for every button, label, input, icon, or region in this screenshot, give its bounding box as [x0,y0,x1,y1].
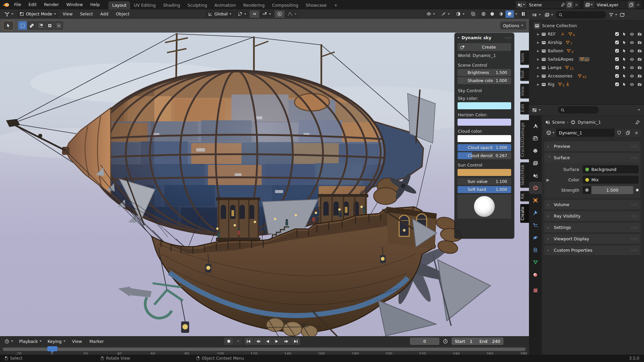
panel-viewport-display[interactable]: ›Viewport Display [544,234,641,244]
pause-button[interactable] [520,10,527,18]
soft-hard-slider[interactable]: Soft hard1.000 [458,186,511,193]
viewlayer-copy-button[interactable] [628,1,635,8]
pivot-point[interactable] [235,10,249,18]
strength-slider[interactable]: 1.500 [591,186,633,194]
tab-shading[interactable]: Shading [159,1,184,9]
visibility-dropdown[interactable] [424,10,437,18]
tab-tool-props[interactable] [529,120,542,132]
select-mode-extend[interactable] [27,21,36,30]
sky-color-swatch[interactable] [458,102,511,109]
tab-scene-props[interactable] [529,169,542,182]
collapse-icon[interactable] [458,37,460,39]
tab-physics-props[interactable] [529,231,542,244]
world-browse-button[interactable] [544,129,556,137]
options-button[interactable]: Options [500,21,526,29]
timeline-ruler[interactable]: -20 0 20 40 60 80 100 120 140 160 180 20… [0,346,529,355]
tab-cracksxdamage[interactable]: CracksXDamage [520,120,529,159]
tab-showcase[interactable]: Showcase [302,1,330,9]
sun-color-swatch[interactable] [458,169,511,176]
snap-toggle[interactable] [250,10,259,18]
outliner-row-balloon[interactable]: ▶ Balloon 3 [529,47,644,55]
outliner-editor-selector[interactable] [531,11,542,18]
playhead[interactable] [47,346,57,351]
tab-view[interactable]: View [520,84,529,99]
panel-preview[interactable]: ›Preview [544,141,641,151]
outliner-row-rig[interactable]: ▶ Rig 5 [529,80,644,88]
viewlayer-remove-button[interactable] [635,1,641,8]
create-button[interactable]: Create [458,43,511,51]
menu-view[interactable]: View [60,11,76,16]
overlays-dropdown[interactable] [453,10,467,18]
scene-copy-button[interactable] [566,1,573,8]
panel-volume[interactable]: ›Volume [544,200,641,209]
outliner-row-accessories[interactable]: ▶ Accessories 43 [529,72,644,80]
tab-rendering[interactable]: Rendering [239,1,268,9]
cloud-density-slider[interactable]: Cloud densit0.267 [458,152,511,159]
blender-logo[interactable] [3,2,10,8]
outliner-row-scene-collection[interactable]: Scene Collection [529,21,644,30]
menu-select[interactable]: Select [77,11,96,16]
animate-dot[interactable] [636,189,639,191]
tab-create[interactable]: Create [520,204,529,223]
menu-edit[interactable]: Edit [25,1,40,8]
menu-window[interactable]: Window [63,1,86,8]
fake-user-button[interactable] [615,129,623,137]
tab-viewlayer-props[interactable] [529,157,542,169]
unlink-world-button[interactable] [632,129,641,137]
frame-end-field[interactable]: End240 [476,338,504,345]
properties-editor-selector[interactable] [531,106,542,114]
selectable-icon[interactable] [622,32,627,36]
playback-menu[interactable]: Playback [17,338,44,345]
breadcrumb-world[interactable]: Dynamic_1 [578,120,601,125]
outliner-row-ref[interactable]: ▶ REF 4 [529,30,644,38]
brightness-slider[interactable]: Brightness1.500 [458,69,511,76]
stopwatch-icon[interactable] [443,339,448,344]
proportional-editing-toggle[interactable] [275,10,284,18]
add-workspace-button[interactable]: + [330,1,341,9]
color-input[interactable]: Mix [583,176,639,184]
jump-start-button[interactable] [244,338,253,345]
pin-icon[interactable] [559,1,566,8]
surface-type-button[interactable]: Background [583,165,639,173]
viewport-3d[interactable]: Options Item Tool View Edit CracksXDamag… [0,19,529,336]
select-mode-subtract[interactable] [36,21,45,30]
active-tool-tweak[interactable] [3,21,13,30]
menu-help[interactable]: Help [87,1,103,8]
auto-key-dropdown[interactable] [233,338,243,345]
scene-name[interactable]: Scene [526,2,559,7]
cloud-opacity-slider[interactable]: Cloud opacit1.000 [458,144,511,151]
scene-browse-button[interactable] [516,1,526,8]
outliner-row-airship[interactable]: ▶ Airship 7 [529,38,644,47]
outliner-display-mode[interactable] [543,11,554,18]
menu-object[interactable]: Object [113,11,132,16]
proportional-falloff[interactable] [285,10,299,18]
shading-solid[interactable] [488,10,496,18]
viewlayer-name[interactable]: ViewLayer [594,2,628,7]
timeline-scrollbar[interactable] [3,348,526,351]
menu-file[interactable]: File [11,1,24,8]
tab-output-props[interactable] [529,144,542,157]
panel-custom-properties[interactable]: ›Custom Properties [544,245,641,255]
outliner-filter[interactable] [608,11,618,18]
tab-material-props[interactable] [529,268,542,281]
transform-orientation[interactable]: Global [206,10,234,18]
prev-keyframe-button[interactable] [254,338,263,345]
current-frame-field[interactable]: 0 [410,338,439,345]
gizmos-dropdown[interactable] [439,10,452,18]
shading-wireframe[interactable] [479,10,488,18]
breadcrumb-scene[interactable]: Scene [552,120,565,125]
scene-unlink-button[interactable] [573,1,580,8]
shading-dropdown[interactable] [514,10,518,18]
timeline-marker-menu[interactable]: Marker [86,339,107,344]
tab-modifier-props[interactable] [529,206,542,219]
pin-icon[interactable] [635,120,640,125]
tab-ra[interactable]: RA [520,191,529,201]
drag-grip-icon[interactable] [504,37,511,39]
play-button[interactable] [272,338,281,345]
xray-toggle[interactable] [468,10,478,18]
editor-type-selector[interactable] [2,10,16,18]
tab-uv-editing[interactable]: UV Editing [130,1,159,9]
jump-end-button[interactable] [291,338,300,345]
mode-selector[interactable]: Object Mode [17,10,58,18]
shadow-color-slider[interactable]: Shadow colo1.000 [458,77,511,84]
